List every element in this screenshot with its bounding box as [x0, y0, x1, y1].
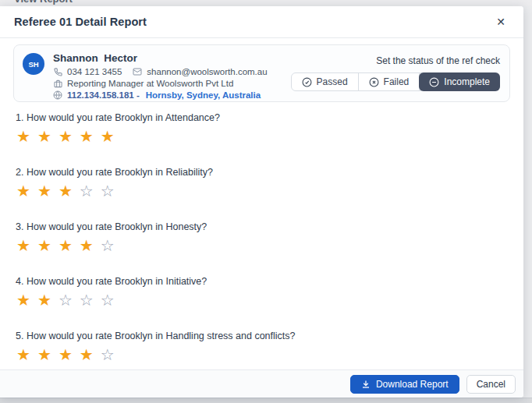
question-item: 1. How would you rate Brooklyn in Attend… — [16, 112, 508, 123]
star-empty-icon[interactable]: ☆ — [80, 292, 94, 308]
download-report-label: Download Report — [376, 379, 449, 390]
star-rating: ★★★★★ — [16, 129, 122, 144]
location-row: 112.134.158.181 - Hornsby, Sydney, Austr… — [53, 90, 291, 100]
star-filled-icon[interactable]: ★ — [37, 292, 51, 308]
referee-ip: 112.134.158.181 - — [67, 90, 140, 100]
star-empty-icon[interactable]: ☆ — [101, 238, 115, 253]
status-incomplete-label: Incomplete — [444, 76, 490, 87]
check-circle-icon — [302, 77, 312, 87]
star-filled-icon[interactable]: ★ — [37, 238, 51, 253]
background-page-title: View Report — [14, 0, 73, 5]
star-filled-icon[interactable]: ★ — [101, 129, 115, 144]
contact-row: 034 121 3455 shannon@woolsworth.com.au — [53, 67, 291, 76]
modal-header: Referee 01 Detail Report ✕ — [0, 6, 523, 38]
star-filled-icon[interactable]: ★ — [59, 238, 73, 253]
question-label: 4. How would you rate Brooklyn in Initia… — [16, 276, 508, 287]
referee-name: Shannon Hector — [53, 52, 291, 64]
question-label: 2. How would you rate Brooklyn in Reliab… — [16, 167, 508, 178]
email-icon — [133, 67, 142, 76]
star-empty-icon[interactable]: ☆ — [80, 183, 94, 199]
status-failed-button[interactable]: Failed — [359, 73, 420, 90]
question-item: 2. How would you rate Brooklyn in Reliab… — [16, 167, 508, 178]
download-icon — [361, 380, 371, 389]
briefcase-icon — [53, 79, 62, 88]
status-section: Set the status of the ref check Passed F… — [291, 52, 500, 94]
star-filled-icon[interactable]: ★ — [16, 183, 30, 199]
referee-location[interactable]: Hornsby, Sydney, Australia — [146, 90, 261, 100]
star-filled-icon[interactable]: ★ — [16, 238, 30, 253]
background-bottom-strip — [0, 398, 532, 403]
star-rating: ★★★☆☆ — [16, 183, 122, 199]
minus-circle-icon — [429, 77, 439, 87]
star-rating: ★★★★☆ — [16, 238, 122, 253]
referee-detail-modal: Referee 01 Detail Report ✕ SH Shannon He… — [0, 6, 523, 398]
star-filled-icon[interactable]: ★ — [59, 129, 73, 144]
star-filled-icon[interactable]: ★ — [59, 183, 73, 199]
star-rating: ★★★★☆ — [16, 347, 122, 362]
status-caption: Set the status of the ref check — [376, 55, 500, 66]
star-filled-icon[interactable]: ★ — [80, 238, 94, 253]
star-rating: ★★☆☆☆ — [16, 292, 122, 308]
star-empty-icon[interactable]: ☆ — [59, 292, 73, 308]
star-filled-icon[interactable]: ★ — [16, 347, 30, 362]
role-row: Reporting Manager at Woolsworth Pvt Ltd — [53, 79, 291, 88]
avatar: SH — [23, 53, 44, 75]
status-incomplete-button[interactable]: Incomplete — [419, 72, 500, 91]
star-filled-icon[interactable]: ★ — [37, 183, 51, 199]
star-filled-icon[interactable]: ★ — [37, 347, 51, 362]
cancel-button[interactable]: Cancel — [466, 375, 516, 394]
star-filled-icon[interactable]: ★ — [37, 129, 51, 144]
download-report-button[interactable]: Download Report — [350, 375, 459, 394]
question-label: 1. How would you rate Brooklyn in Attend… — [16, 112, 508, 123]
status-button-group: Passed Failed Incomplete — [291, 72, 500, 91]
x-circle-icon — [369, 77, 379, 87]
modal-title: Referee 01 Detail Report — [14, 16, 147, 28]
star-filled-icon[interactable]: ★ — [16, 129, 30, 144]
status-passed-label: Passed — [317, 76, 348, 87]
status-passed-button[interactable]: Passed — [292, 73, 359, 90]
star-empty-icon[interactable]: ☆ — [101, 183, 115, 199]
referee-details: Shannon Hector 034 121 3455 shannon@wool… — [53, 52, 291, 94]
phone-icon — [53, 67, 62, 76]
star-filled-icon[interactable]: ★ — [16, 292, 30, 308]
star-empty-icon[interactable]: ☆ — [101, 347, 115, 362]
referee-phone: 034 121 3455 — [67, 67, 122, 76]
close-icon[interactable]: ✕ — [492, 13, 509, 30]
referee-role: Reporting Manager at Woolsworth Pvt Ltd — [67, 79, 233, 88]
question-item: 4. How would you rate Brooklyn in Initia… — [16, 276, 508, 287]
question-label: 3. How would you rate Brooklyn in Honest… — [16, 221, 508, 232]
referee-email: shannon@woolsworth.com.au — [147, 67, 267, 76]
referee-info-card: SH Shannon Hector 034 121 3455 shannon@w… — [13, 44, 510, 102]
star-filled-icon[interactable]: ★ — [80, 347, 94, 362]
status-failed-label: Failed — [384, 76, 410, 87]
question-label: 5. How would you rate Brooklyn in Handli… — [16, 331, 508, 341]
question-item: 5. How would you rate Brooklyn in Handli… — [16, 331, 508, 341]
globe-icon — [53, 90, 62, 100]
modal-body: SH Shannon Hector 034 121 3455 shannon@w… — [0, 38, 523, 369]
background-page-strip: View Report — [0, 0, 532, 6]
star-empty-icon[interactable]: ☆ — [101, 292, 115, 308]
question-item: 3. How would you rate Brooklyn in Honest… — [16, 221, 508, 232]
star-filled-icon[interactable]: ★ — [59, 347, 73, 362]
star-filled-icon[interactable]: ★ — [80, 129, 94, 144]
modal-footer: Download Report Cancel — [0, 369, 523, 398]
